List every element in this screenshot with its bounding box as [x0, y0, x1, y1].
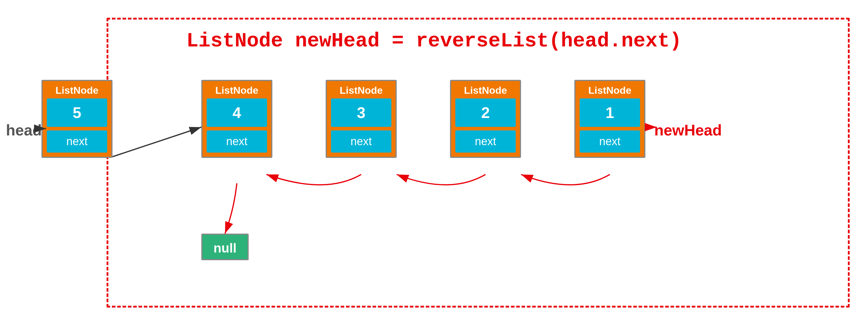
- null-box: null: [201, 234, 249, 260]
- node-5-next: next: [47, 130, 107, 153]
- node-4-label: ListNode: [203, 81, 271, 98]
- node-2-label: ListNode: [451, 81, 520, 98]
- node-5-label: ListNode: [43, 81, 111, 98]
- node-1-val: 1: [580, 98, 640, 127]
- node-2-next: next: [455, 130, 516, 153]
- newhead-label: newHead: [654, 121, 722, 139]
- node-2-val: 2: [455, 98, 516, 127]
- node-2: ListNode 2 next: [450, 80, 521, 158]
- head-label: head: [6, 121, 42, 139]
- node-3-val: 3: [331, 98, 391, 127]
- node-1-label: ListNode: [576, 81, 644, 98]
- node-3-next: next: [331, 130, 391, 153]
- node-1-next: next: [580, 130, 640, 153]
- node-3-label: ListNode: [327, 81, 396, 98]
- recursive-box: [106, 18, 850, 307]
- node-4-val: 4: [207, 98, 267, 127]
- title-text: ListNode newHead = reverseList(head.next…: [0, 30, 868, 52]
- node-4-next: next: [207, 130, 267, 153]
- node-4: ListNode 4 next: [201, 80, 272, 158]
- node-5-val: 5: [47, 98, 107, 127]
- node-5: ListNode 5 next: [41, 80, 113, 158]
- diagram: ListNode newHead = reverseList(head.next…: [0, 0, 868, 330]
- node-3: ListNode 3 next: [326, 80, 397, 158]
- node-1: ListNode 1 next: [574, 80, 645, 158]
